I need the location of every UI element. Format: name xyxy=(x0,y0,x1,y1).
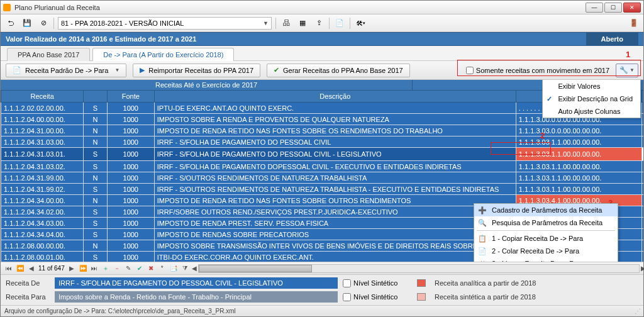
cell[interactable]: IPTU-DE EXERC.ANT.AO QUINTO EXERC. xyxy=(154,103,516,114)
cell[interactable]: IMPOSTO DE RENDA RETIDO NAS FONTES SOBRE… xyxy=(154,195,516,206)
pager-remove[interactable]: － xyxy=(113,264,121,273)
cell[interactable]: 1.1.1.2.04.34.04.00. xyxy=(1,229,84,240)
tools-icon[interactable]: 🛠▾ xyxy=(354,17,367,30)
cell-actions[interactable] xyxy=(641,125,643,136)
cell[interactable]: N xyxy=(84,136,108,148)
cell[interactable]: IMPOSTO DE RENDA PREST. SERV. PESSOA FIS… xyxy=(154,218,516,229)
cell[interactable]: 1000 xyxy=(107,184,154,195)
cell-actions[interactable] xyxy=(641,252,643,262)
ppa-combo[interactable]: 81 - PPA 2018-2021 - VERSÃO INICIAL ▼ xyxy=(58,17,272,30)
cell[interactable]: 1.1.1.3.03.1.1.00.00.00.00. xyxy=(516,161,641,172)
menu-auto-ajuste[interactable]: Auto Ajuste Colunas xyxy=(543,105,640,118)
cell[interactable]: IMPOSTO DE RENDAS SOBRE PRECATORIOS xyxy=(154,229,516,240)
cell[interactable]: S xyxy=(84,229,108,240)
cell[interactable]: N xyxy=(84,195,108,206)
maximize-button[interactable]: ☐ xyxy=(604,3,622,13)
cell[interactable]: N xyxy=(84,125,108,136)
cell[interactable]: IMPOSTO DE RENDA RETIDO NAS FONTES SOBRE… xyxy=(154,125,516,136)
cell[interactable]: 1000 xyxy=(107,136,154,148)
pager-prev[interactable]: ◀ xyxy=(27,264,36,273)
grid-icon[interactable]: ▦ xyxy=(296,17,309,30)
exit-icon[interactable]: 🚪 xyxy=(628,18,640,29)
minimize-button[interactable]: — xyxy=(586,3,603,13)
pager-last[interactable]: ⏭ xyxy=(90,264,99,273)
cell[interactable]: S xyxy=(84,252,108,262)
cell[interactable]: 1.1.1.2.08.00.00.00. xyxy=(1,240,84,252)
table-row[interactable]: 1.1.1.2.04.31.03.01.S1000IRRF - S/FOLHA … xyxy=(1,148,644,161)
cell-actions[interactable] xyxy=(641,195,643,206)
cell[interactable]: 1000 xyxy=(107,172,154,184)
pager-prev-page[interactable]: ⏪ xyxy=(16,264,25,273)
checkbox[interactable] xyxy=(466,67,474,74)
cell[interactable]: 1000 xyxy=(107,103,154,114)
receita-padrao-button[interactable]: 📄 Receita Padrão De -> Para ▼ xyxy=(6,64,126,77)
cell[interactable]: 1.1.1.2.04.34.03.00. xyxy=(1,218,84,229)
cell-actions[interactable] xyxy=(641,103,643,114)
cancel-icon[interactable]: ⊘ xyxy=(37,17,50,30)
cell[interactable]: 1000 xyxy=(107,252,154,262)
cell[interactable]: 1000 xyxy=(107,218,154,229)
cell[interactable]: 1.1.1.3.03.0.0.00.00.00.00. xyxy=(516,125,641,136)
save-icon[interactable]: 💾 xyxy=(21,17,33,30)
cell-actions[interactable] xyxy=(641,114,643,125)
pager-add[interactable]: ＋ xyxy=(101,264,110,273)
report-icon[interactable]: 📄 xyxy=(333,17,346,30)
cell[interactable]: 1000 xyxy=(107,240,154,252)
nivel-sintetico-para[interactable]: Nível Sintético xyxy=(343,293,412,301)
cell[interactable]: S xyxy=(84,161,108,172)
cell[interactable]: N xyxy=(84,172,108,184)
col-descricao[interactable]: Descrição xyxy=(154,91,516,103)
scroll-thumb[interactable] xyxy=(199,265,312,272)
ctx-pesquisa-parametros[interactable]: 🔍 Pesquisa de Parâmetros da Receita xyxy=(474,216,618,229)
cell[interactable]: 1000 xyxy=(107,229,154,240)
cell-actions[interactable] xyxy=(641,184,643,195)
cell[interactable]: 1.1.1.2.02.02.00.00. xyxy=(1,103,84,114)
cell[interactable]: 1.1.1.2.04.31.00.00. xyxy=(1,125,84,136)
cell[interactable]: 1000 xyxy=(107,161,154,172)
cell[interactable]: 1000 xyxy=(107,195,154,206)
cell-actions[interactable] xyxy=(641,161,643,172)
checkbox[interactable] xyxy=(343,279,351,287)
checkbox[interactable] xyxy=(343,293,351,301)
col-receita[interactable]: Receita xyxy=(1,91,84,103)
cell[interactable]: S xyxy=(84,184,108,195)
ctx-limpar-receita[interactable]: ✖ 3 - Limpar Receita De -> Para xyxy=(474,257,618,262)
cell[interactable]: 1.1.1.2.04.31.03.02. xyxy=(1,161,84,172)
cell-actions[interactable] xyxy=(641,136,643,148)
cell[interactable]: 1.1.1.2.04.31.03.01. xyxy=(1,148,84,161)
pager-confirm[interactable]: ✔ xyxy=(135,264,144,273)
cell[interactable]: 1.1.1.2.04.34.02.00. xyxy=(1,206,84,218)
reimportar-button[interactable]: ▶ Reimportar Receitas do PPA 2017 xyxy=(133,64,260,77)
cell-actions[interactable] xyxy=(641,240,643,252)
cell[interactable]: 1.1.1.3.03.1.1.00.00.00.00. xyxy=(516,172,641,184)
menu-exibir-valores[interactable]: Exibir Valores xyxy=(543,80,640,92)
pager-refresh[interactable]: * xyxy=(158,264,167,273)
context-menu[interactable]: ➕ Cadastro de Parâmetros da Receita 🔍 Pe… xyxy=(474,203,618,262)
scroll-right[interactable]: ▶ xyxy=(639,264,644,273)
cell[interactable]: N xyxy=(84,240,108,252)
cell[interactable]: IMPOSTO SOBRE TRANSMISSÃO INTER VIVOS DE… xyxy=(154,240,516,252)
pager-first[interactable]: ⏮ xyxy=(4,264,13,273)
cell[interactable]: 1.1.1.2.08.00.01.00. xyxy=(1,252,84,262)
pager-next[interactable]: ▶ xyxy=(67,264,76,273)
tab-ppa-ano-base[interactable]: PPA Ano Base 2017 xyxy=(7,48,90,61)
view-options-menu[interactable]: Exibir Valores Exibir Descrição na Grid … xyxy=(542,80,641,118)
pager-bookmark[interactable]: 📑 xyxy=(169,264,178,273)
view-options-button[interactable]: 🔧 ▼ xyxy=(616,64,638,77)
cell[interactable]: S xyxy=(84,103,108,114)
cell-actions[interactable]: ◀▶🔍📂 xyxy=(641,148,643,161)
cell[interactable]: IRRF/SOBRE OUTROS REND./SERVIÇOS PREST.P… xyxy=(154,206,516,218)
cell-actions[interactable] xyxy=(641,206,643,218)
cell[interactable]: IRRF - S/FOLHA DE PAGAMENTO DO PESSOAL C… xyxy=(154,148,516,161)
table-row[interactable]: 1.1.1.2.04.31.00.00.N1000IMPOSTO DE REND… xyxy=(1,125,644,136)
pager-cancel-edit[interactable]: ✖ xyxy=(147,264,155,273)
ctx-copiar-receita[interactable]: 📋 1 - Copiar Receita De -> Para xyxy=(474,232,618,245)
table-row[interactable]: 1.1.1.2.04.31.99.00.N1000IRRF - S/OUTROS… xyxy=(1,172,644,184)
cell[interactable]: 1.1.1.2.04.00.00.00. xyxy=(1,114,84,125)
cell[interactable]: 1.1.1.2.04.31.03.00. xyxy=(1,136,84,148)
gerar-receitas-button[interactable]: ✔ Gerar Receitas do PPA Ano Base 2017 xyxy=(267,64,410,77)
pager-edit[interactable]: ✎ xyxy=(124,264,133,273)
ctx-colar-receita[interactable]: 📄 2 - Colar Receita De -> Para xyxy=(474,245,618,257)
cell[interactable]: N xyxy=(84,114,108,125)
pager-next-page[interactable]: ⏩ xyxy=(79,264,87,273)
